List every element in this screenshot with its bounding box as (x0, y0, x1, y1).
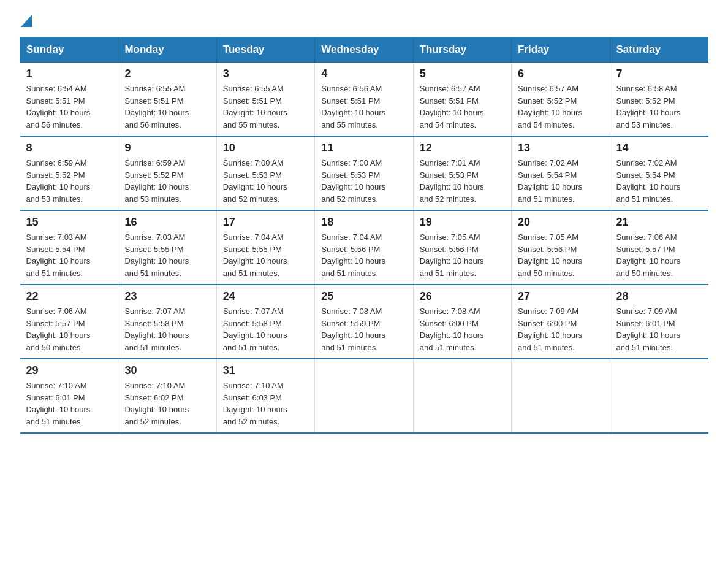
day-number: 22 (26, 290, 112, 303)
day-number: 26 (420, 290, 505, 303)
calendar-cell (610, 359, 708, 433)
calendar-cell: 4 Sunrise: 6:56 AMSunset: 5:51 PMDayligh… (315, 63, 413, 137)
calendar-cell: 19 Sunrise: 7:05 AMSunset: 5:56 PMDaylig… (413, 210, 511, 285)
calendar-cell (413, 359, 511, 433)
day-number: 24 (223, 290, 308, 303)
day-number: 18 (321, 216, 406, 229)
day-number: 3 (223, 67, 308, 80)
day-info: Sunrise: 7:04 AMSunset: 5:56 PMDaylight:… (321, 231, 406, 279)
day-number: 8 (26, 142, 112, 155)
day-info: Sunrise: 7:10 AMSunset: 6:01 PMDaylight:… (26, 380, 112, 427)
calendar-cell: 17 Sunrise: 7:04 AMSunset: 5:55 PMDaylig… (216, 210, 314, 285)
calendar-cell: 18 Sunrise: 7:04 AMSunset: 5:56 PMDaylig… (315, 210, 413, 285)
day-number: 25 (321, 290, 406, 303)
calendar-cell: 24 Sunrise: 7:07 AMSunset: 5:58 PMDaylig… (216, 285, 314, 359)
calendar-table: SundayMondayTuesdayWednesdayThursdayFrid… (20, 37, 708, 434)
calendar-cell: 31 Sunrise: 7:10 AMSunset: 6:03 PMDaylig… (216, 359, 314, 433)
day-info: Sunrise: 7:08 AMSunset: 6:00 PMDaylight:… (420, 305, 505, 353)
calendar-cell: 16 Sunrise: 7:03 AMSunset: 5:55 PMDaylig… (118, 210, 216, 285)
day-number: 21 (616, 216, 702, 229)
calendar-cell: 30 Sunrise: 7:10 AMSunset: 6:02 PMDaylig… (118, 359, 216, 433)
day-number: 27 (518, 290, 603, 303)
day-info: Sunrise: 7:05 AMSunset: 5:56 PMDaylight:… (420, 231, 505, 279)
day-number: 1 (26, 67, 112, 80)
calendar-week-row: 29 Sunrise: 7:10 AMSunset: 6:01 PMDaylig… (20, 359, 708, 433)
day-number: 17 (223, 216, 308, 229)
day-info: Sunrise: 7:06 AMSunset: 5:57 PMDaylight:… (616, 231, 702, 279)
calendar-cell: 13 Sunrise: 7:02 AMSunset: 5:54 PMDaylig… (512, 136, 610, 210)
day-info: Sunrise: 6:56 AMSunset: 5:51 PMDaylight:… (321, 83, 406, 131)
day-info: Sunrise: 7:09 AMSunset: 6:00 PMDaylight:… (518, 305, 603, 353)
calendar-cell: 23 Sunrise: 7:07 AMSunset: 5:58 PMDaylig… (118, 285, 216, 359)
page-header (20, 15, 708, 27)
day-info: Sunrise: 7:09 AMSunset: 6:01 PMDaylight:… (616, 305, 702, 353)
day-info: Sunrise: 7:06 AMSunset: 5:57 PMDaylight:… (26, 305, 112, 353)
day-number: 14 (616, 142, 702, 155)
day-number: 2 (124, 67, 210, 80)
day-number: 5 (420, 67, 505, 80)
calendar-week-row: 22 Sunrise: 7:06 AMSunset: 5:57 PMDaylig… (20, 285, 708, 359)
day-number: 31 (223, 364, 308, 377)
day-number: 6 (518, 67, 603, 80)
day-number: 15 (26, 216, 112, 229)
day-info: Sunrise: 6:58 AMSunset: 5:52 PMDaylight:… (616, 83, 702, 131)
weekday-header-friday: Friday (512, 37, 610, 63)
logo-triangle-icon (21, 15, 32, 27)
calendar-week-row: 15 Sunrise: 7:03 AMSunset: 5:54 PMDaylig… (20, 210, 708, 285)
day-info: Sunrise: 6:54 AMSunset: 5:51 PMDaylight:… (26, 83, 112, 131)
weekday-header-tuesday: Tuesday (216, 37, 314, 63)
day-info: Sunrise: 6:57 AMSunset: 5:51 PMDaylight:… (420, 83, 505, 131)
weekday-header-sunday: Sunday (20, 37, 118, 63)
day-info: Sunrise: 6:55 AMSunset: 5:51 PMDaylight:… (124, 83, 210, 131)
calendar-week-row: 8 Sunrise: 6:59 AMSunset: 5:52 PMDayligh… (20, 136, 708, 210)
day-number: 11 (321, 142, 406, 155)
day-number: 19 (420, 216, 505, 229)
day-info: Sunrise: 7:02 AMSunset: 5:54 PMDaylight:… (518, 157, 603, 205)
calendar-cell: 25 Sunrise: 7:08 AMSunset: 5:59 PMDaylig… (315, 285, 413, 359)
day-number: 30 (124, 364, 210, 377)
calendar-cell (512, 359, 610, 433)
calendar-cell: 27 Sunrise: 7:09 AMSunset: 6:00 PMDaylig… (512, 285, 610, 359)
calendar-cell: 7 Sunrise: 6:58 AMSunset: 5:52 PMDayligh… (610, 63, 708, 137)
calendar-cell: 20 Sunrise: 7:05 AMSunset: 5:56 PMDaylig… (512, 210, 610, 285)
calendar-week-row: 1 Sunrise: 6:54 AMSunset: 5:51 PMDayligh… (20, 63, 708, 137)
calendar-cell: 1 Sunrise: 6:54 AMSunset: 5:51 PMDayligh… (20, 63, 118, 137)
day-info: Sunrise: 7:07 AMSunset: 5:58 PMDaylight:… (223, 305, 308, 353)
weekday-header-wednesday: Wednesday (315, 37, 413, 63)
calendar-cell: 22 Sunrise: 7:06 AMSunset: 5:57 PMDaylig… (20, 285, 118, 359)
day-number: 13 (518, 142, 603, 155)
calendar-cell: 3 Sunrise: 6:55 AMSunset: 5:51 PMDayligh… (216, 63, 314, 137)
day-info: Sunrise: 7:10 AMSunset: 6:02 PMDaylight:… (124, 380, 210, 427)
day-info: Sunrise: 7:08 AMSunset: 5:59 PMDaylight:… (321, 305, 406, 353)
weekday-header-monday: Monday (118, 37, 216, 63)
day-info: Sunrise: 7:10 AMSunset: 6:03 PMDaylight:… (223, 380, 308, 427)
day-info: Sunrise: 7:04 AMSunset: 5:55 PMDaylight:… (223, 231, 308, 279)
day-info: Sunrise: 6:59 AMSunset: 5:52 PMDaylight:… (26, 157, 112, 205)
calendar-cell: 26 Sunrise: 7:08 AMSunset: 6:00 PMDaylig… (413, 285, 511, 359)
day-number: 7 (616, 67, 702, 80)
day-info: Sunrise: 7:05 AMSunset: 5:56 PMDaylight:… (518, 231, 603, 279)
calendar-cell: 15 Sunrise: 7:03 AMSunset: 5:54 PMDaylig… (20, 210, 118, 285)
day-info: Sunrise: 7:07 AMSunset: 5:58 PMDaylight:… (124, 305, 210, 353)
calendar-cell: 6 Sunrise: 6:57 AMSunset: 5:52 PMDayligh… (512, 63, 610, 137)
logo (20, 15, 32, 27)
calendar-cell (315, 359, 413, 433)
weekday-header-saturday: Saturday (610, 37, 708, 63)
calendar-cell: 29 Sunrise: 7:10 AMSunset: 6:01 PMDaylig… (20, 359, 118, 433)
day-number: 16 (124, 216, 210, 229)
calendar-cell: 5 Sunrise: 6:57 AMSunset: 5:51 PMDayligh… (413, 63, 511, 137)
day-number: 12 (420, 142, 505, 155)
calendar-cell: 8 Sunrise: 6:59 AMSunset: 5:52 PMDayligh… (20, 136, 118, 210)
day-number: 28 (616, 290, 702, 303)
day-info: Sunrise: 7:01 AMSunset: 5:53 PMDaylight:… (420, 157, 505, 205)
day-info: Sunrise: 7:00 AMSunset: 5:53 PMDaylight:… (223, 157, 308, 205)
calendar-cell: 11 Sunrise: 7:00 AMSunset: 5:53 PMDaylig… (315, 136, 413, 210)
calendar-cell: 12 Sunrise: 7:01 AMSunset: 5:53 PMDaylig… (413, 136, 511, 210)
day-info: Sunrise: 7:02 AMSunset: 5:54 PMDaylight:… (616, 157, 702, 205)
day-number: 9 (124, 142, 210, 155)
calendar-cell: 9 Sunrise: 6:59 AMSunset: 5:52 PMDayligh… (118, 136, 216, 210)
day-number: 23 (124, 290, 210, 303)
day-info: Sunrise: 6:55 AMSunset: 5:51 PMDaylight:… (223, 83, 308, 131)
day-number: 10 (223, 142, 308, 155)
day-info: Sunrise: 6:59 AMSunset: 5:52 PMDaylight:… (124, 157, 210, 205)
